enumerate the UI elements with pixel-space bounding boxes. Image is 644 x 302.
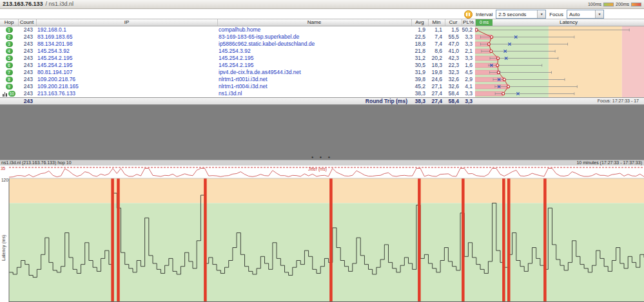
hop-min: 27,1 (428, 83, 444, 90)
interval-label: Interval (476, 12, 493, 17)
hop-row-7[interactable]: 724380.81.194.107ipv4.de-cix.fra.de.as49… (0, 69, 475, 76)
hop-cur: 47,0 (445, 41, 460, 48)
pingplotter-window: 213.163.76.133/ ns1.i3d.nl 100ms 200ms I… (0, 0, 644, 302)
chevron-down-icon: ▾ (537, 10, 545, 18)
hop-row-10[interactable]: 10243213.163.76.133ns1.i3d.nl38,327,458,… (0, 90, 475, 97)
hop-name: ip5886c962.static.kabel-deutschland.de (217, 41, 410, 48)
hop-number-badge: 10 (8, 91, 15, 97)
hop-row-5[interactable]: 5243145.254.2.195145.254.2.19531,220,242… (0, 55, 475, 62)
hop-count: 243 (18, 55, 34, 62)
hop-name: 83-169-183-65-isp.superkabel.de (217, 33, 410, 41)
hop-name: nlrtm1-rt004i.i3d.net (217, 83, 410, 90)
hop-cell: 4 (0, 48, 18, 55)
hop-cell: 5 (0, 55, 18, 62)
hop-min: 27,4 (428, 90, 444, 97)
timeline-graph[interactable] (0, 165, 644, 302)
hop-table-body: 1243192.168.0.1compalhub.home1,91,11,550… (0, 26, 475, 97)
header-name[interactable]: Name (217, 19, 411, 26)
hop-row-1[interactable]: 1243192.168.0.1compalhub.home1,91,11,550… (0, 26, 475, 33)
header-avg[interactable]: Avg (411, 19, 427, 26)
hop-avg: 39,8 (411, 76, 427, 83)
hop-packet-loss: 3,3 (462, 90, 474, 97)
latency-color-legend: 100ms 200ms (588, 0, 641, 8)
hop-packet-loss: 50,2 (462, 26, 474, 33)
header-count[interactable]: Count (18, 19, 35, 26)
hop-name: nlrtm1-rt001i.i3d.net (217, 76, 410, 83)
round-trip-cur: 58,4 (445, 98, 460, 104)
hop-avg: 18,8 (411, 41, 427, 48)
splitter-handle[interactable]: ● ● ● (0, 155, 644, 160)
pause-button[interactable] (464, 10, 473, 19)
round-trip-min: 27,4 (428, 98, 444, 104)
hop-count: 243 (18, 26, 34, 33)
table-header: Hop Count IP Name Avg Min Cur PL% 0 ms L… (0, 19, 644, 26)
hop-cur: 58,4 (445, 90, 460, 97)
hop-count: 243 (18, 83, 34, 90)
header-cur[interactable]: Cur (445, 19, 461, 26)
hop-row-2[interactable]: 224383.169.183.6583-169-183-65-isp.super… (0, 33, 475, 41)
header-min[interactable]: Min (428, 19, 444, 26)
hop-cur: 42,3 (445, 55, 460, 62)
latency-header-title: Latency (493, 19, 644, 26)
hop-cell: 3 (0, 41, 18, 48)
hop-packet-loss: 2,1 (462, 48, 474, 55)
latency-axis-label: Latency (ms) (1, 235, 6, 261)
hop-cell: 7 (0, 69, 18, 76)
focus-select[interactable]: Auto ▾ (567, 10, 604, 19)
hop-cell: 2 (0, 33, 18, 41)
hop-min: 7,4 (428, 41, 444, 48)
hop-row-6[interactable]: 6243145.254.2.195145.254.2.19530,518,322… (0, 62, 475, 69)
round-trip-pl: 3,3 (462, 98, 474, 104)
hop-name: 145.254.3.92 (217, 48, 410, 55)
hop-cur: 1,5 (445, 26, 460, 33)
zero-ms-chip: 0 ms (476, 19, 493, 26)
hop-avg: 1,9 (411, 26, 427, 33)
latency-axis-top-tick: 120 (1, 178, 8, 182)
focus-range-text: Focus: 17:27:33 - 17 (475, 98, 641, 104)
hop-row-4[interactable]: 4243145.254.3.92145.254.3.9221,88,641,02… (0, 48, 475, 55)
target-ip: 213.163.76.133 (3, 1, 43, 7)
hop-row-3[interactable]: 324388.134.201.98ip5886c962.static.kabel… (0, 41, 475, 48)
focus-value: Auto (569, 12, 580, 17)
hop-ip: 192.168.0.1 (36, 26, 216, 33)
mini-graph-icon (3, 91, 7, 97)
hop-avg: 31,9 (411, 69, 427, 76)
hop-cell: 1 (0, 26, 18, 33)
toolbar: Interval 2.5 seconds ▾ Focus Auto ▾ (464, 9, 604, 19)
hop-packet-loss: 4,5 (462, 69, 474, 76)
hop-number-badge: 7 (6, 70, 13, 75)
hop-packet-loss: 3,3 (462, 41, 474, 48)
hop-cell: 8 (0, 76, 18, 83)
round-trip-label: Round Trip (ms) (219, 98, 410, 104)
hop-name: 145.254.2.195 (217, 55, 410, 62)
legend-warn-bad-swatch (631, 3, 641, 6)
hop-count: 243 (18, 90, 34, 97)
hop-packet-loss: 4,1 (462, 83, 474, 90)
interval-value: 2.5 seconds (498, 12, 526, 17)
hop-ip: 88.134.201.98 (36, 41, 216, 48)
interval-select[interactable]: 2.5 seconds ▾ (496, 10, 546, 19)
hop-row-9[interactable]: 9243109.200.218.165nlrtm1-rt004i.i3d.net… (0, 83, 475, 90)
legend-200ms-label: 200ms (616, 0, 629, 8)
hop-min: 19,8 (428, 69, 444, 76)
round-trip-row[interactable]: 243 Round Trip (ms) 38,3 27,4 58,4 3,3 F… (0, 97, 644, 105)
header-ip[interactable]: IP (36, 19, 217, 26)
hop-row-8[interactable]: 8243109.200.218.76nlrtm1-rt001i.i3d.net3… (0, 76, 475, 83)
header-pl[interactable]: PL% (462, 19, 474, 26)
round-trip-avg: 38,3 (411, 98, 427, 104)
hop-min: 1,1 (428, 26, 444, 33)
hop-cur: 22,3 (445, 62, 460, 69)
hop-count: 243 (18, 48, 34, 55)
hop-packet-loss: 3,3 (462, 55, 474, 62)
hop-ip: 145.254.2.195 (36, 55, 216, 62)
header-hop[interactable]: Hop (0, 19, 18, 26)
hop-latency-graph[interactable] (475, 26, 644, 97)
hop-avg: 21,8 (411, 48, 427, 55)
hop-number-badge: 5 (6, 55, 13, 61)
hop-ip: 145.254.2.195 (36, 62, 216, 69)
hop-packet-loss: 1,6 (462, 62, 474, 69)
legend-good-warn-swatch (603, 3, 614, 6)
hop-cur: 32,6 (445, 83, 460, 90)
hop-cur: 41,0 (445, 48, 460, 55)
hop-name: compalhub.home (217, 26, 410, 33)
